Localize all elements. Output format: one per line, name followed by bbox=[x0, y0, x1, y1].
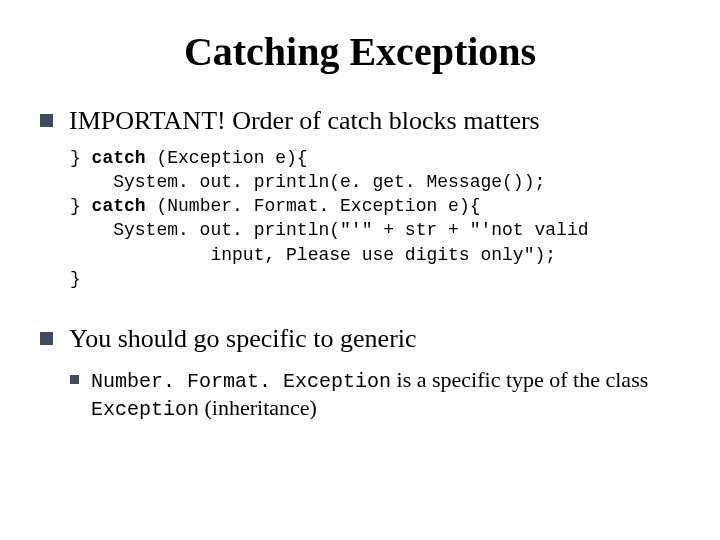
bullet-icon bbox=[70, 375, 79, 384]
bullet-item: IMPORTANT! Order of catch blocks matters bbox=[40, 105, 680, 138]
sub-bullet-text: Number. Format. Exception is a specific … bbox=[91, 366, 680, 422]
code-text: (Number. Format. Exception e){ bbox=[146, 196, 481, 216]
sub-bullet-list: Number. Format. Exception is a specific … bbox=[70, 366, 680, 422]
sub-bullet-item: Number. Format. Exception is a specific … bbox=[70, 366, 680, 422]
code-keyword: catch bbox=[92, 196, 146, 216]
code-line: } catch (Number. Format. Exception e){ bbox=[70, 196, 480, 216]
code-inline: Number. Format. Exception bbox=[91, 370, 391, 393]
text: is a specific type of the class bbox=[391, 367, 648, 392]
bullet-icon bbox=[40, 114, 53, 127]
code-text: } bbox=[70, 196, 92, 216]
code-line: } catch (Exception e){ bbox=[70, 148, 308, 168]
bullet-item: You should go specific to generic bbox=[40, 323, 680, 356]
code-line: input, Please use digits only"); bbox=[70, 245, 556, 265]
bullet-icon bbox=[40, 332, 53, 345]
code-line: System. out. println(e. get. Message()); bbox=[70, 172, 545, 192]
code-block: } catch (Exception e){ System. out. prin… bbox=[70, 146, 680, 292]
text: (inheritance) bbox=[199, 395, 317, 420]
code-line: System. out. println("'" + str + "'not v… bbox=[70, 220, 588, 240]
bullet-text: You should go specific to generic bbox=[69, 323, 417, 356]
code-line: } bbox=[70, 269, 81, 289]
code-keyword: catch bbox=[92, 148, 146, 168]
bullet-text: IMPORTANT! Order of catch blocks matters bbox=[69, 105, 540, 138]
slide-title: Catching Exceptions bbox=[40, 28, 680, 75]
slide: Catching Exceptions IMPORTANT! Order of … bbox=[0, 0, 720, 540]
code-inline: Exception bbox=[91, 398, 199, 421]
code-text: } bbox=[70, 148, 92, 168]
code-text: (Exception e){ bbox=[146, 148, 308, 168]
